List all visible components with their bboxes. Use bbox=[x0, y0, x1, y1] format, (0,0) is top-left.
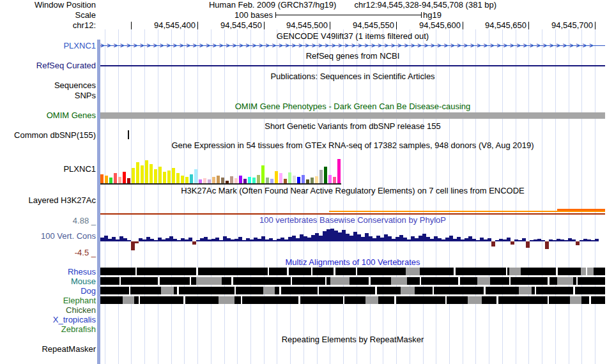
gtex-tissue-bar bbox=[154, 169, 157, 183]
track-label-sequences[interactable]: Sequences bbox=[0, 81, 96, 90]
omim-gene-bar[interactable] bbox=[100, 112, 605, 119]
track-title-omim[interactable]: OMIM Gene Phenotypes - Dark Green Can Be… bbox=[100, 102, 605, 110]
track-label-repeatmasker[interactable]: RepeatMasker bbox=[0, 345, 96, 354]
track-title-refseq[interactable]: RefSeq genes from NCBI bbox=[100, 52, 605, 60]
alignment-gap bbox=[506, 268, 507, 275]
gtex-tissue-bar bbox=[333, 177, 336, 183]
track-reorder-sidebar[interactable] bbox=[97, 40, 100, 364]
species-label-zebrafish[interactable]: Zebrafish bbox=[0, 325, 96, 333]
alignment-gap bbox=[135, 268, 137, 275]
dbsnp-variant-tick[interactable] bbox=[128, 130, 129, 139]
phylop-negative-bar bbox=[135, 241, 139, 243]
species-label-rhesus[interactable]: Rhesus bbox=[0, 268, 96, 276]
alignment-gray-segment bbox=[406, 268, 420, 275]
ruler-tick bbox=[396, 22, 397, 29]
alignment-gap bbox=[454, 268, 456, 275]
alignment-gap bbox=[343, 296, 344, 304]
gtex-tissue-bar bbox=[288, 172, 291, 183]
gtex-tissue-bar bbox=[319, 170, 323, 183]
track-label-omim-genes[interactable]: OMIM Genes bbox=[0, 111, 96, 120]
gtex-expression-bar-chart[interactable] bbox=[100, 158, 605, 183]
alignment-gap bbox=[287, 268, 289, 275]
phylop-conservation-histogram[interactable] bbox=[100, 225, 605, 255]
gtex-tissue-bar bbox=[150, 164, 153, 183]
phylop-negative-bar bbox=[545, 241, 549, 249]
gtex-tissue-bar bbox=[311, 178, 314, 183]
ruler-coordinate: 94,545,550 bbox=[353, 21, 394, 30]
species-label-mouse[interactable]: Mouse bbox=[0, 277, 96, 285]
ruler-tick bbox=[463, 22, 463, 29]
alignment-gap bbox=[576, 277, 578, 285]
gtex-tissue-bar bbox=[114, 173, 117, 183]
scale-bar bbox=[275, 12, 422, 18]
alignment-row-mouse[interactable] bbox=[100, 277, 605, 285]
track-title-repeatmasker[interactable]: Repeating Elements by RepeatMasker bbox=[100, 335, 605, 344]
alignment-gap bbox=[291, 277, 292, 285]
track-label-snps[interactable]: SNPs bbox=[0, 91, 96, 100]
phylop-max-value: 4.88 _ bbox=[0, 216, 96, 225]
ruler-tick bbox=[131, 22, 132, 29]
track-title-publications[interactable]: Publications: Sequences in Scientific Ar… bbox=[100, 72, 605, 80]
track-label-refseq-curated[interactable]: RefSeq Curated bbox=[0, 61, 96, 70]
track-title-multiz[interactable]: Multiz Alignments of 100 Vertebrates bbox=[100, 258, 605, 266]
ruler-coordinate: 94,545,400 bbox=[154, 21, 196, 30]
track-title-gtex[interactable]: Gene Expression in 54 tissues from GTEx … bbox=[100, 141, 605, 149]
gtex-tissue-bar bbox=[100, 174, 104, 183]
gtex-tissue-bar bbox=[293, 176, 296, 183]
alignment-row-rhesus[interactable] bbox=[100, 268, 605, 275]
gtex-tissue-bar bbox=[284, 179, 287, 183]
gtex-tissue-bar bbox=[109, 178, 112, 183]
gtex-tissue-bar bbox=[297, 177, 300, 183]
alignment-gray-segment bbox=[570, 296, 581, 304]
gtex-tissue-bar bbox=[266, 178, 269, 183]
ruler-tick bbox=[264, 22, 265, 29]
species-label-chicken[interactable]: Chicken bbox=[0, 306, 96, 314]
gtex-tissue-bar bbox=[176, 173, 180, 183]
gtex-tissue-bar bbox=[257, 175, 260, 183]
alignment-row-elephant[interactable] bbox=[100, 296, 605, 304]
gtex-tissue-bar bbox=[243, 179, 247, 183]
alignment-gap bbox=[318, 287, 319, 294]
phylop-min-value: -4.5 _ bbox=[0, 248, 96, 257]
gene-label-plxnc1-gtex[interactable]: PLXNC1 bbox=[0, 165, 96, 174]
phylop-negative-bar bbox=[511, 241, 514, 245]
alignment-gap bbox=[196, 268, 198, 275]
alignment-gap bbox=[298, 296, 300, 304]
alignment-gap bbox=[234, 287, 236, 294]
alignment-gap bbox=[139, 296, 140, 304]
species-label-elephant[interactable]: Elephant bbox=[0, 296, 96, 305]
alignment-gap bbox=[231, 277, 233, 285]
alignment-gap bbox=[190, 277, 191, 285]
gtex-tissue-bar bbox=[328, 175, 332, 183]
alignment-gray-segment bbox=[161, 287, 174, 294]
alignment-gap bbox=[445, 296, 447, 304]
gtex-tissue-bar bbox=[158, 167, 162, 183]
species-label-dog[interactable]: Dog bbox=[0, 287, 96, 295]
alignment-gray-segment bbox=[509, 268, 521, 275]
track-title-gencode[interactable]: GENCODE V49lift37 (1 items filtered out) bbox=[100, 32, 605, 40]
gtex-tissue-bar bbox=[221, 178, 224, 183]
refseq-gene-line[interactable] bbox=[100, 65, 605, 66]
gene-label-plxnc1-gencode[interactable]: PLXNC1 bbox=[0, 42, 96, 50]
track-title-h3k27ac[interactable]: H3K27Ac Mark (Often Found Near Active Re… bbox=[100, 186, 605, 195]
track-title-dbsnp[interactable]: Short Genetic Variants from dbSNP releas… bbox=[100, 122, 605, 130]
window-position-title: Human Feb. 2009 (GRCh37/hg19) chr12:94,5… bbox=[100, 1, 605, 10]
species-label-x_tropicalis[interactable]: X_tropicalis bbox=[0, 315, 96, 324]
alignment-gray-segment bbox=[196, 277, 222, 285]
gtex-tissue-bar bbox=[212, 177, 215, 183]
ruler-coordinate: 94,545,600 bbox=[419, 21, 461, 30]
alignment-gray-segment bbox=[557, 277, 573, 285]
alignment-row-dog[interactable] bbox=[100, 287, 605, 294]
alignment-gap bbox=[369, 277, 371, 285]
base-position-ruler[interactable]: 94,545,40094,545,45094,545,50094,545,550… bbox=[0, 21, 607, 30]
track-label-layered-h3k27ac[interactable]: Layered H3K27Ac bbox=[0, 196, 96, 205]
alignment-gap bbox=[129, 287, 130, 294]
alignment-gray-segment bbox=[219, 296, 234, 304]
alignment-gray-segment bbox=[581, 268, 594, 275]
track-label-100-vert-cons[interactable]: 100 Vert. Cons bbox=[0, 232, 96, 241]
alignment-gray-segment bbox=[365, 296, 378, 304]
gene-model-plxnc1[interactable]: >>>>>>>>>>>>>>>>>>>>>>>>>>>>>>>>>>>>>>>>… bbox=[100, 42, 605, 50]
track-label-common-dbsnp[interactable]: Common dbSNP(155) bbox=[0, 131, 96, 140]
track-title-phylop[interactable]: 100 vertebrates Basewise Conservation by… bbox=[100, 216, 605, 224]
gtex-tissue-bar bbox=[230, 176, 233, 183]
